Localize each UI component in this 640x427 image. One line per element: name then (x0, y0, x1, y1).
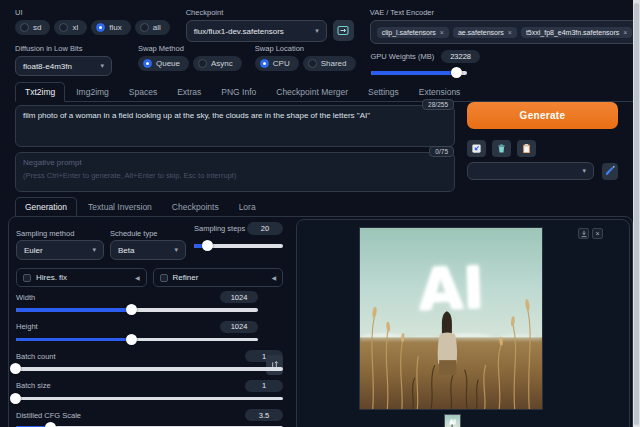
gpu-weights-label: GPU Weights (MB) (371, 52, 435, 61)
slider-thumb[interactable] (202, 240, 213, 251)
remove-icon[interactable]: × (508, 29, 512, 36)
chevron-down-icon: ▾ (100, 62, 104, 70)
vae-token[interactable]: clip_l.safetensors× (377, 27, 449, 38)
checkbox-icon[interactable] (160, 274, 168, 282)
swap-method-async[interactable]: Async (193, 56, 242, 71)
batch-count-slider[interactable] (16, 367, 283, 371)
sampling-method-group: Sampling method Euler ▾ (16, 222, 104, 260)
tab-checkpoint-merger[interactable]: Checkpoint Merger (267, 83, 357, 101)
remove-icon[interactable]: × (623, 29, 627, 36)
slider-thumb[interactable] (126, 304, 137, 315)
refiner-label: Refiner (173, 273, 199, 282)
swap-location-group: Swap Location CPU Shared (255, 44, 356, 76)
vae-token[interactable]: ae.safetensors× (453, 27, 517, 38)
slider-fill (194, 244, 208, 248)
ui-option-xl[interactable]: xl (54, 20, 87, 35)
refresh-icon (337, 25, 349, 37)
gpu-weights-slider[interactable] (371, 71, 467, 75)
radio-icon (198, 59, 207, 68)
chevron-down-icon: ▾ (92, 246, 96, 254)
gallery-thumbnail[interactable] (444, 414, 461, 427)
clear-prompt-button[interactable] (492, 140, 511, 157)
refiner-toggle[interactable]: Refiner ◀ (153, 268, 284, 287)
ui-option-flux[interactable]: flux (91, 20, 130, 35)
swap-location-label: Swap Location (255, 44, 356, 53)
batch-count-slider-row: Batch count 1 (16, 350, 283, 371)
hires-fix-toggle[interactable]: Hires. fix ◀ (16, 268, 147, 287)
distilled-cfg-value[interactable]: 3.5 (245, 409, 283, 421)
tab-spaces[interactable]: Spaces (120, 83, 166, 101)
scrollbar-thumb[interactable] (634, 3, 639, 425)
gpu-weights-value[interactable]: 23228 (441, 50, 480, 63)
refresh-checkpoint-button[interactable] (333, 20, 354, 41)
tab-txt2img[interactable]: Txt2img (15, 82, 65, 102)
slider-thumb[interactable] (45, 422, 56, 427)
tab-checkpoints[interactable]: Checkpoints (163, 198, 228, 216)
tab-img2img[interactable]: Img2img (67, 83, 118, 101)
tab-lora[interactable]: Lora (230, 198, 265, 216)
page-scrollbar[interactable] (633, 0, 640, 427)
generated-image[interactable]: AI AI (359, 227, 543, 410)
width-slider[interactable] (16, 308, 258, 312)
height-value[interactable]: 1024 (220, 321, 258, 333)
paste-arrow-icon (471, 143, 482, 154)
close-preview-button[interactable]: × (592, 228, 603, 239)
paste-params-button[interactable] (467, 140, 486, 157)
slider-thumb[interactable] (126, 334, 137, 345)
low-bits-dropdown[interactable]: float8-e4m3fn ▾ (15, 56, 112, 76)
negative-prompt-textarea[interactable]: Negative prompt (Press Ctrl+Enter to gen… (15, 152, 455, 192)
vae-multiselect[interactable]: clip_l.safetensors× ae.safetensors× t5xx… (370, 20, 640, 44)
prompt-textarea[interactable]: film photo of a woman in a field looking… (15, 105, 455, 147)
sampling-method-label: Sampling method (16, 229, 74, 238)
collapse-arrow-icon[interactable]: ◀ (271, 274, 276, 281)
slider-thumb[interactable] (10, 393, 21, 404)
download-image-button[interactable] (578, 228, 589, 239)
sampling-steps-slider[interactable] (194, 244, 283, 248)
schedule-type-label: Schedule type (110, 229, 158, 238)
remove-icon[interactable]: × (440, 29, 444, 36)
brush-icon (604, 165, 616, 177)
tab-png-info[interactable]: PNG Info (212, 83, 265, 101)
ui-option-all[interactable]: all (135, 20, 170, 35)
swap-method-group: Swap Method Queue Async (138, 44, 242, 76)
tab-textual-inversion[interactable]: Textual Inversion (79, 198, 161, 216)
edit-styles-button[interactable] (602, 163, 618, 180)
checkbox-icon[interactable] (23, 274, 31, 282)
ui-option-sd[interactable]: sd (15, 20, 50, 35)
tab-extras[interactable]: Extras (168, 83, 210, 101)
forge-webui-window: UI sd xl flux all Checkpoint flux/flux1-… (0, 0, 640, 427)
collapse-arrow-icon[interactable]: ◀ (135, 274, 140, 281)
radio-icon (96, 23, 105, 32)
negative-hint: (Press Ctrl+Enter to generate, Alt+Enter… (23, 171, 447, 181)
batch-size-value[interactable]: 1 (245, 380, 283, 392)
checkpoint-dropdown[interactable]: flux/flux1-dev.safetensors ▾ (186, 20, 327, 42)
width-value[interactable]: 1024 (220, 291, 258, 303)
height-slider[interactable] (16, 338, 258, 342)
styles-dropdown[interactable]: ▾ (467, 162, 594, 180)
sampling-method-dropdown[interactable]: Euler ▾ (16, 240, 104, 260)
swap-location-cpu[interactable]: CPU (255, 56, 299, 71)
apply-styles-button[interactable] (517, 140, 536, 157)
radio-icon (143, 59, 152, 68)
ui-radio-group: sd xl flux all (15, 20, 170, 35)
batch-size-slider[interactable] (16, 397, 283, 401)
swap-method-queue[interactable]: Queue (138, 56, 189, 71)
tab-generation[interactable]: Generation (15, 197, 77, 217)
vae-token[interactable]: t5xxl_fp8_e4m3fn.safetensors× (521, 27, 632, 38)
low-bits-label: Diffusion in Low Bits (15, 44, 125, 53)
close-icon: × (595, 230, 599, 237)
generate-button[interactable]: Generate (467, 102, 618, 129)
sampling-steps-value[interactable]: 20 (247, 222, 283, 235)
radio-icon (260, 59, 269, 68)
schedule-type-dropdown[interactable]: Beta ▾ (110, 240, 186, 260)
quick-settings-row-2: Diffusion in Low Bits float8-e4m3fn ▾ Sw… (15, 44, 625, 76)
swap-location-shared[interactable]: Shared (303, 56, 356, 71)
low-bits-group: Diffusion in Low Bits float8-e4m3fn ▾ (15, 44, 125, 76)
tab-settings[interactable]: Settings (359, 83, 408, 101)
swap-dimensions-button[interactable] (266, 355, 283, 375)
ui-label: UI (15, 8, 170, 17)
chevron-down-icon: ▾ (174, 246, 178, 254)
slider-thumb[interactable] (451, 67, 462, 78)
slider-thumb[interactable] (10, 363, 21, 374)
negative-placeholder: Negative prompt (23, 158, 447, 169)
